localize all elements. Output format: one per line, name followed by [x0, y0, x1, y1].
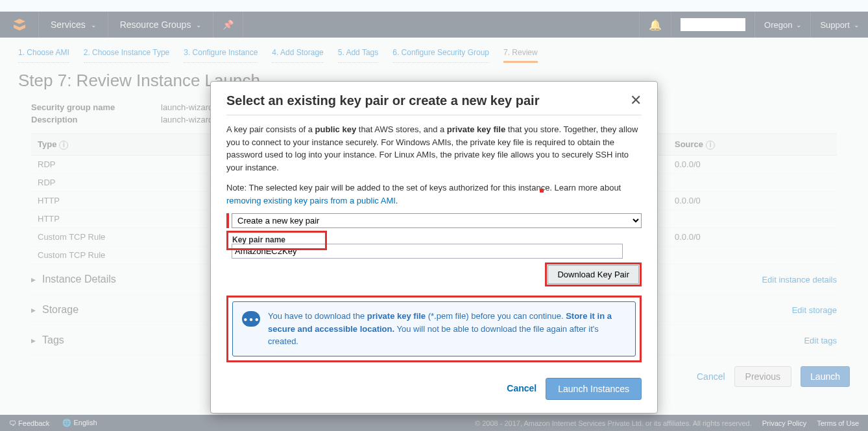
- modal-launch-button[interactable]: Launch Instances: [546, 378, 642, 400]
- keypair-name-label: Key pair name: [232, 234, 321, 246]
- keypair-modal: Select an existing key pair or create a …: [210, 81, 658, 414]
- keypair-select[interactable]: Create a new key pair: [232, 213, 642, 228]
- download-notice: ● ● ● You have to download the private k…: [232, 301, 636, 356]
- comment-icon: ● ● ●: [242, 311, 260, 327]
- modal-overlay: Select an existing key pair or create a …: [0, 0, 868, 431]
- modal-paragraph-1: A key pair consists of a public key that…: [226, 123, 642, 174]
- download-keypair-button[interactable]: Download Key Pair: [548, 265, 639, 284]
- modal-paragraph-2: Note: The selected key pair will be adde…: [226, 181, 642, 207]
- modal-title: Select an existing key pair or create a …: [226, 93, 539, 108]
- remove-keypair-link[interactable]: removing existing key pairs from a publi…: [226, 196, 396, 205]
- close-icon[interactable]: ✕: [630, 93, 642, 108]
- red-marker: [540, 189, 544, 192]
- modal-cancel-button[interactable]: Cancel: [507, 382, 536, 395]
